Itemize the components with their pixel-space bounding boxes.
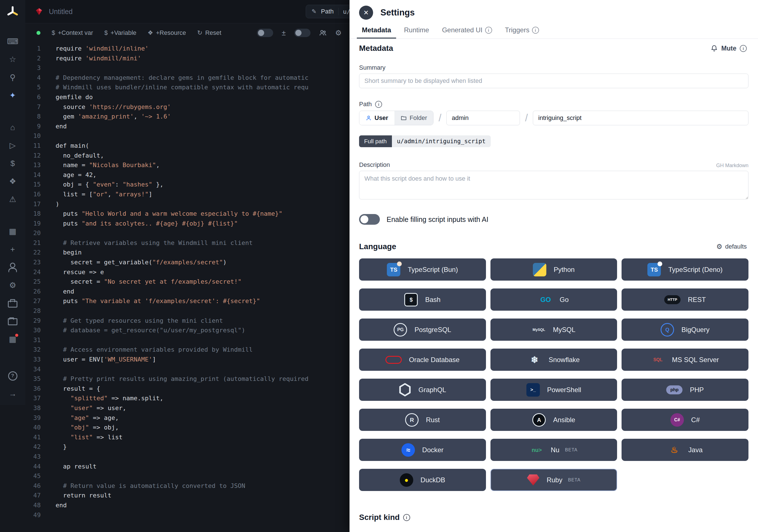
tab-label: Triggers <box>505 26 530 34</box>
code-line: 36 result = { <box>25 384 350 394</box>
tab-metadata[interactable]: Metadata <box>357 22 396 39</box>
language-powershell[interactable]: >_PowerShell <box>491 379 617 401</box>
script-name-input[interactable] <box>533 111 748 125</box>
language-rest[interactable]: HTTPREST <box>622 289 748 311</box>
editor-option-toggle-1[interactable] <box>257 29 273 37</box>
resources-blocks-icon[interactable]: ❖ <box>7 175 19 188</box>
language-graphql[interactable]: GraphQL <box>359 379 486 401</box>
toggle-knob <box>295 30 301 36</box>
favorites-star-icon[interactable]: ☆ <box>7 53 19 66</box>
code-text: user = ENV['WM_USERNAME'] <box>41 355 156 365</box>
add-resource-button[interactable]: ❖ +Resource <box>148 29 186 37</box>
code-line: 7 source 'https://rubygems.org' <box>25 102 350 112</box>
user-account-icon[interactable] <box>7 261 19 273</box>
language-typescript-deno[interactable]: TSTypeScript (Deno) <box>622 259 748 281</box>
collaborators-icon[interactable] <box>319 29 327 37</box>
description-label: Description <box>359 161 390 168</box>
language-python[interactable]: Python <box>491 259 617 281</box>
editor-option-toggle-2[interactable] <box>294 29 311 37</box>
tab-runtime[interactable]: Runtime <box>399 22 434 39</box>
info-icon: i <box>485 27 492 34</box>
code-line: 34 <box>25 365 350 374</box>
code-text: require 'windmill/inline' <box>41 44 149 53</box>
code-text <box>41 306 55 316</box>
home-icon[interactable]: ⌂ <box>7 121 19 134</box>
add-context-var-button[interactable]: $ +Context var <box>52 29 93 37</box>
create-plus-icon[interactable]: + <box>7 243 19 256</box>
language-docker[interactable]: ≈Docker <box>359 439 486 461</box>
tab-generated-ui[interactable]: Generated UIi <box>437 22 497 39</box>
add-variable-button[interactable]: $ +Variable <box>104 29 136 37</box>
reset-button[interactable]: ↻ Reset <box>197 29 222 37</box>
owner-input[interactable] <box>446 111 520 125</box>
code-text: "splitted" => name.split, <box>41 394 163 403</box>
language-duckdb[interactable]: ●DuckDB <box>359 469 486 491</box>
ai-fill-row: Enable filling script inputs with AI <box>359 214 748 225</box>
workers-briefcase-icon[interactable] <box>7 297 19 309</box>
language-bigquery[interactable]: QBigQuery <box>622 319 748 341</box>
description-textarea[interactable] <box>359 171 748 199</box>
ai-wand-icon[interactable]: ✦ <box>7 89 19 102</box>
line-number: 11 <box>25 141 41 151</box>
language-bash[interactable]: $Bash <box>359 289 486 311</box>
language-ms-sql-server[interactable]: SQLMS SQL Server <box>622 349 748 371</box>
workspace-settings-gear-icon[interactable]: ⚙ <box>7 279 19 292</box>
ai-fill-toggle[interactable] <box>359 214 380 225</box>
editor-settings-gear-icon[interactable]: ⚙ <box>335 29 342 37</box>
language-rust[interactable]: RRust <box>359 409 486 431</box>
language-go[interactable]: GOGo <box>491 289 617 311</box>
language-label: Go <box>560 296 568 303</box>
code-editor[interactable]: 1require 'windmill/inline'2require 'wind… <box>25 42 350 532</box>
code-text <box>41 365 55 374</box>
line-number: 47 <box>25 491 41 501</box>
code-line: 44 ap result <box>25 462 350 472</box>
sidebar-nav: ⌨☆⚲✦⌂▷$❖⚠▦+⚙▦→ <box>0 19 25 405</box>
language-c[interactable]: C#C# <box>622 409 748 431</box>
language-label: MySQL <box>553 326 575 334</box>
folders-icon[interactable] <box>7 315 19 328</box>
close-settings-button[interactable]: ✕ <box>359 6 373 20</box>
reset-icon: ↻ <box>197 30 202 36</box>
code-text: def main( <box>41 141 89 151</box>
language-postgresql[interactable]: PGPostgreSQL <box>359 319 486 341</box>
summary-input[interactable] <box>359 74 748 88</box>
variables-dollar-icon[interactable]: $ <box>7 157 19 170</box>
language-snowflake[interactable]: ❄Snowflake <box>491 349 617 371</box>
language-ansible[interactable]: AAnsible <box>491 409 617 431</box>
help-icon[interactable] <box>7 370 19 382</box>
collapse-sidebar-arrow-icon[interactable]: → <box>7 388 19 400</box>
icon-badge-dot <box>658 262 662 266</box>
settings-title: Settings <box>380 8 415 18</box>
runs-play-icon[interactable]: ▷ <box>7 139 19 152</box>
mute-button[interactable]: Mute i <box>709 44 748 53</box>
path-button[interactable]: ✎ Path u/ <box>306 5 350 18</box>
language-label: TypeScript (Bun) <box>408 266 458 273</box>
schedules-calendar-icon[interactable]: ▦ <box>7 225 19 238</box>
code-line: 11def main( <box>25 141 350 151</box>
owner-kind-folder-button[interactable]: Folder <box>395 111 433 125</box>
settings-drawer: ✕ Settings MetadataRuntimeGenerated UIiT… <box>350 0 758 532</box>
script-title[interactable]: Untitled <box>49 8 73 16</box>
language-label: BigQuery <box>681 326 709 334</box>
language-oracle-database[interactable]: Oracle Database <box>359 349 486 371</box>
language-java[interactable]: ♨Java <box>622 439 748 461</box>
language-defaults-button[interactable]: ⚙ defaults <box>714 243 748 251</box>
windmill-logo[interactable] <box>5 5 20 19</box>
apps-grid-icon[interactable]: ▦ <box>7 333 19 345</box>
apps-window-icon[interactable]: ⌨ <box>7 35 19 48</box>
ruby-language-icon <box>35 8 43 15</box>
language-php[interactable]: phpPHP <box>622 379 748 401</box>
language-mysql[interactable]: MySQLMySQL <box>491 319 617 341</box>
search-icon[interactable]: ⚲ <box>7 71 19 84</box>
diff-icon[interactable]: ± <box>282 29 286 37</box>
owner-kind-user-button[interactable]: User <box>359 111 395 125</box>
beta-badge: BETA <box>565 447 578 452</box>
alerts-icon[interactable]: ⚠ <box>7 193 19 206</box>
language-ruby[interactable]: RubyBETA <box>491 469 617 491</box>
language-nu[interactable]: nu>NuBETA <box>491 439 617 461</box>
language-label: DuckDB <box>421 476 445 484</box>
tab-triggers[interactable]: Triggersi <box>500 22 544 39</box>
code-text: ap result <box>41 462 97 472</box>
line-number: 31 <box>25 336 41 345</box>
language-typescript-bun[interactable]: TSTypeScript (Bun) <box>359 259 486 281</box>
